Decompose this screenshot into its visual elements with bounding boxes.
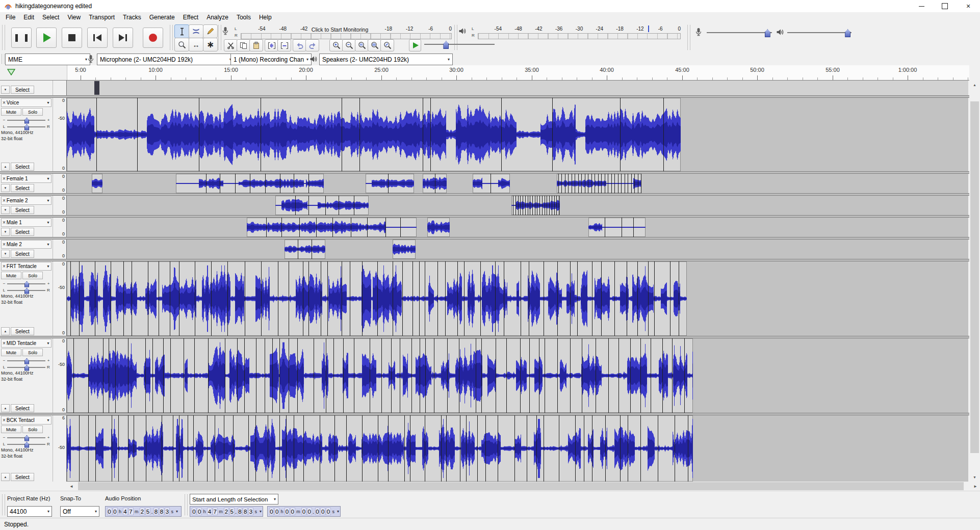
- menu-item-effect[interactable]: Effect: [179, 12, 202, 22]
- device-toolbar-grip[interactable]: [2, 54, 5, 64]
- cut-button[interactable]: [224, 39, 238, 51]
- solo-button[interactable]: Solo: [22, 349, 43, 356]
- time-digit[interactable]: 8: [243, 508, 248, 515]
- time-digit[interactable]: 0: [107, 508, 112, 515]
- tools-toolbar-grip[interactable]: [170, 25, 173, 50]
- v-scrollbar[interactable]: ▲ ▼: [969, 80, 980, 482]
- time-digit[interactable]: 5: [145, 508, 150, 515]
- time-digit[interactable]: 0: [269, 508, 274, 515]
- time-digit[interactable]: 4: [123, 508, 128, 515]
- track-menu-icon[interactable]: ▼: [46, 221, 50, 224]
- time-digit[interactable]: 8: [238, 508, 243, 515]
- recording-device-select[interactable]: Microphone (2- UMC204HD 192k)▾: [97, 54, 235, 65]
- menu-item-transport[interactable]: Transport: [85, 12, 119, 22]
- solo-button[interactable]: Solo: [22, 108, 43, 116]
- project-rate-select[interactable]: 44100▾: [7, 506, 52, 517]
- track-select-button[interactable]: Select: [11, 473, 34, 481]
- menu-item-select[interactable]: Select: [38, 12, 63, 22]
- menu-item-view[interactable]: View: [63, 12, 85, 22]
- track-waveform-top-partial[interactable]: [67, 81, 968, 95]
- menu-item-file[interactable]: File: [2, 12, 19, 22]
- track-select-button[interactable]: Select: [11, 228, 34, 236]
- skip-to-start-button[interactable]: [87, 28, 108, 48]
- h-scrollbar[interactable]: ◄ ►: [67, 482, 980, 491]
- track-menu-icon[interactable]: ▼: [46, 177, 50, 180]
- track-name[interactable]: BCK Tentacl: [7, 417, 46, 423]
- multi-tool-button[interactable]: ∗: [203, 38, 218, 51]
- track-waveform-voice[interactable]: [67, 98, 968, 171]
- zoom-selection-button[interactable]: [355, 39, 369, 51]
- track-menu-icon[interactable]: ▼: [46, 341, 50, 345]
- audio-host-select[interactable]: MME▾: [5, 54, 90, 65]
- playback-volume-slider[interactable]: [787, 29, 852, 36]
- pan-slider[interactable]: LR: [2, 441, 50, 447]
- close-button[interactable]: ×: [957, 0, 980, 12]
- track-menu-icon[interactable]: ▼: [46, 199, 50, 202]
- track-menu-icon[interactable]: ▼: [46, 101, 50, 104]
- pan-slider[interactable]: LR: [2, 287, 50, 294]
- timeline-ruler[interactable]: 5:0010:0015:0020:0025:0030:0035:0040:004…: [67, 65, 970, 81]
- h-scroll-thumb[interactable]: [78, 482, 964, 490]
- solo-button[interactable]: Solo: [22, 272, 43, 279]
- time-digit[interactable]: 3: [248, 508, 253, 515]
- paste-button[interactable]: [249, 39, 263, 51]
- scroll-down-button[interactable]: ▼: [969, 472, 980, 482]
- zoom-out-button[interactable]: [342, 39, 356, 51]
- gain-slider[interactable]: −+: [2, 280, 50, 287]
- pan-slider[interactable]: LR: [2, 364, 50, 370]
- mute-button[interactable]: Mute: [1, 108, 21, 116]
- track-select-button[interactable]: Select: [11, 163, 34, 171]
- selection-toolbar-grip[interactable]: [2, 494, 5, 515]
- selection-tool-button[interactable]: [174, 24, 189, 38]
- h-scroll-track[interactable]: [76, 482, 971, 491]
- stop-button[interactable]: [62, 28, 82, 48]
- time-digit[interactable]: 7: [213, 508, 218, 515]
- track-select-button[interactable]: Select: [11, 327, 34, 335]
- gain-slider[interactable]: −+: [2, 434, 50, 441]
- zoom-in-button[interactable]: [329, 39, 343, 51]
- time-digit[interactable]: 0: [320, 508, 325, 515]
- track-waveform-bck-tentacl[interactable]: [67, 415, 968, 482]
- play-at-speed-button[interactable]: [409, 39, 421, 51]
- scroll-up-button[interactable]: ▲: [969, 80, 980, 89]
- solo-button[interactable]: Solo: [22, 426, 43, 433]
- track-waveform-female-1[interactable]: [67, 174, 968, 193]
- track-select-button[interactable]: Select: [11, 184, 34, 192]
- time-digit[interactable]: 0: [274, 508, 279, 515]
- track-menu-icon[interactable]: ▼: [46, 243, 50, 246]
- trim-audio-button[interactable]: [265, 39, 278, 51]
- track-collapse-icon[interactable]: ▲: [1, 404, 10, 412]
- silence-audio-button[interactable]: [277, 39, 291, 51]
- menu-item-analyze[interactable]: Analyze: [202, 12, 233, 22]
- time-digit[interactable]: 2: [140, 508, 145, 515]
- gain-slider-thumb[interactable]: [24, 118, 29, 124]
- meter-toolbar-grip[interactable]: [218, 25, 221, 50]
- play-speed-slider[interactable]: [424, 41, 495, 48]
- recording-volume-thumb[interactable]: [765, 29, 770, 37]
- track-select-button[interactable]: Select: [11, 206, 34, 214]
- track-name[interactable]: Male 2: [7, 242, 46, 247]
- time-field-arrow[interactable]: ▾: [336, 509, 339, 514]
- track-menu-icon[interactable]: ▼: [46, 264, 50, 268]
- pause-button[interactable]: [11, 28, 32, 48]
- minimize-button[interactable]: [910, 0, 933, 12]
- timeshift-tool-button[interactable]: ↔: [189, 38, 203, 51]
- track-close-icon[interactable]: ×: [3, 242, 6, 247]
- track-close-icon[interactable]: ×: [3, 176, 6, 181]
- v-scroll-track[interactable]: [969, 89, 980, 472]
- track-collapse-icon[interactable]: ▲: [1, 327, 10, 335]
- track-collapse-icon[interactable]: ▼: [1, 184, 10, 192]
- transport-toolbar-grip[interactable]: [2, 25, 5, 50]
- copy-button[interactable]: [237, 39, 250, 51]
- track-waveform-male-1[interactable]: [67, 218, 968, 237]
- envelope-tool-button[interactable]: [189, 24, 203, 38]
- mixer-toolbar-grip[interactable]: [687, 25, 690, 50]
- gain-slider-thumb[interactable]: [24, 358, 29, 364]
- scroll-right-button[interactable]: ►: [971, 482, 980, 491]
- time-digit[interactable]: 5: [229, 508, 235, 515]
- zoom-tool-button[interactable]: [174, 38, 189, 51]
- time-digit[interactable]: 0: [192, 508, 197, 515]
- track-select-button[interactable]: Select: [11, 404, 34, 412]
- time-digit[interactable]: 0: [326, 508, 331, 515]
- time-digit[interactable]: 0: [290, 508, 295, 515]
